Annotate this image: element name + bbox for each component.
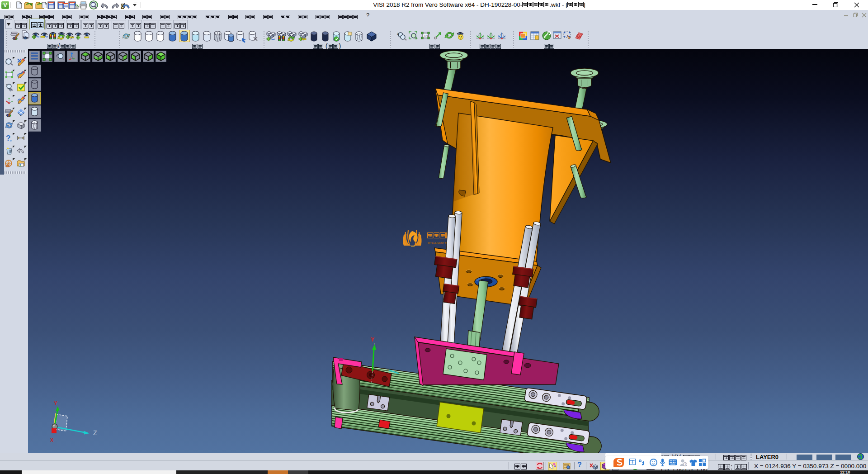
svg-text:Y: Y [54, 400, 57, 407]
svg-text:7: 7 [684, 463, 686, 466]
svg-text:Y: Y [371, 337, 374, 343]
svg-text:1:1: 1:1 [424, 34, 429, 38]
svg-text:X: X [50, 437, 54, 443]
svg-text:?: ? [6, 134, 10, 142]
svg-text:Z: Z [93, 429, 97, 436]
svg-text:±: ± [397, 31, 399, 36]
